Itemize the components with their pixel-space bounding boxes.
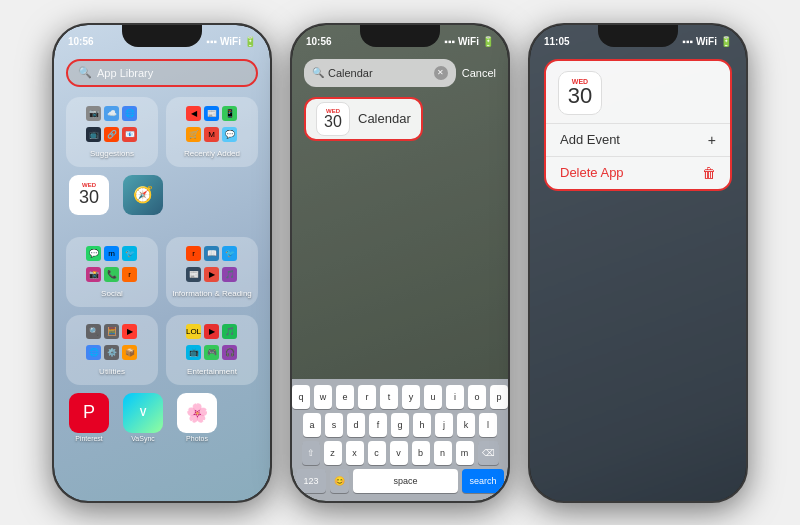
delete-app-label: Delete App: [560, 165, 624, 180]
add-event-item[interactable]: Add Event +: [546, 124, 730, 157]
notch-3: [598, 25, 678, 47]
folder-grid-2: ◀ 📰 📱 🛒 M 💬: [186, 106, 238, 146]
key-e[interactable]: e: [336, 385, 354, 409]
key-a[interactable]: a: [303, 413, 321, 437]
pinterest-app[interactable]: P Pinterest: [66, 393, 112, 449]
utilities-label: Utilities: [99, 367, 125, 376]
key-z[interactable]: z: [324, 441, 342, 465]
key-emoji[interactable]: 😊: [330, 469, 349, 493]
kb-row-bottom: 123 😊 space search: [296, 469, 504, 493]
key-space[interactable]: space: [353, 469, 458, 493]
search-field-2[interactable]: 🔍 Calendar ✕: [304, 59, 456, 87]
key-b[interactable]: b: [412, 441, 430, 465]
time-2: 10:56: [306, 36, 332, 47]
wifi-icon-2: WiFi: [458, 36, 479, 47]
key-x[interactable]: x: [346, 441, 364, 465]
key-d[interactable]: d: [347, 413, 365, 437]
mini-icon: 🛒: [186, 127, 201, 142]
context-app-header: WED 30: [546, 61, 730, 124]
suggestions-folder[interactable]: 📷 ☁️ 🌐 📺 🔗 📧 Suggestions: [66, 97, 158, 167]
recently-added-folder[interactable]: ◀ 📰 📱 🛒 M 💬 Recently Added: [166, 97, 258, 167]
ent-grid: LOL ▶ 🎵 📺 🎮 🎧: [186, 324, 238, 364]
entertainment-folder[interactable]: LOL ▶ 🎵 📺 🎮 🎧 Entertainment: [166, 315, 258, 385]
key-q[interactable]: q: [292, 385, 310, 409]
social-folder[interactable]: 💬 m 🐦 📸 📞 r Social: [66, 237, 158, 307]
key-r[interactable]: r: [358, 385, 376, 409]
phone2-screen: 10:56 ▪▪▪ WiFi 🔋 🔍 Calendar ✕ Cancel WED…: [292, 25, 508, 501]
key-h[interactable]: h: [413, 413, 431, 437]
cal-day-num: 30: [324, 114, 342, 130]
util-grid: 🔍 🧮 ▶ 🌐 ⚙️ 📦: [86, 324, 138, 364]
folder-row-3: 🔍 🧮 ▶ 🌐 ⚙️ 📦 Utilities LOL ▶ 🎵 📺: [66, 315, 258, 385]
pinterest-label: Pinterest: [75, 435, 103, 442]
maps-app[interactable]: 🧭: [120, 175, 166, 231]
context-menu: WED 30 Add Event + Delete App 🗑: [544, 59, 732, 191]
calendar-result-icon: WED 30: [316, 102, 350, 136]
key-j[interactable]: j: [435, 413, 453, 437]
key-w[interactable]: w: [314, 385, 332, 409]
key-shift[interactable]: ⇧: [302, 441, 320, 465]
mini-icon: 🐦: [122, 246, 137, 261]
folder-row-1: 📷 ☁️ 🌐 📺 🔗 📧 Suggestions ◀ 📰 📱 🛒: [66, 97, 258, 167]
vasync-label: VaSync: [131, 435, 155, 442]
pinterest-icon: P: [69, 393, 109, 433]
keyboard: q w e r t y u i o p a s d f g h j k l: [292, 379, 508, 501]
mini-icon: 📺: [186, 345, 201, 360]
battery-icon-2: 🔋: [482, 36, 494, 47]
cancel-button[interactable]: Cancel: [462, 67, 496, 79]
info-folder[interactable]: r 📖 🐦 📰 ▶ 🎵 Information & Reading: [166, 237, 258, 307]
key-l[interactable]: l: [479, 413, 497, 437]
mini-icon: r: [122, 267, 137, 282]
search-bar-container-1[interactable]: 🔍 App Library: [66, 59, 258, 87]
photos-app[interactable]: 🌸 Photos: [174, 393, 220, 449]
key-v[interactable]: v: [390, 441, 408, 465]
key-o[interactable]: o: [468, 385, 486, 409]
mini-icon: 🔗: [104, 127, 119, 142]
phone-2: 10:56 ▪▪▪ WiFi 🔋 🔍 Calendar ✕ Cancel WED…: [290, 23, 510, 503]
calendar-app[interactable]: WED 30: [66, 175, 112, 231]
key-y[interactable]: y: [402, 385, 420, 409]
calendar-icon: WED 30: [69, 175, 109, 215]
search-text: Calendar: [328, 67, 373, 79]
entertainment-label: Entertainment: [187, 367, 237, 376]
key-s[interactable]: s: [325, 413, 343, 437]
mini-icon: 📞: [104, 267, 119, 282]
clear-search-button[interactable]: ✕: [434, 66, 448, 80]
mini-icon: 💬: [222, 127, 237, 142]
key-p[interactable]: p: [490, 385, 508, 409]
key-c[interactable]: c: [368, 441, 386, 465]
key-delete[interactable]: ⌫: [478, 441, 499, 465]
key-search[interactable]: search: [462, 469, 504, 493]
key-m[interactable]: m: [456, 441, 474, 465]
battery-icon-3: 🔋: [720, 36, 732, 47]
phone-3: 11:05 ▪▪▪ WiFi 🔋 WED 30 Add Event + Dele…: [528, 23, 748, 503]
phone1-screen: 10:56 ▪▪▪ WiFi 🔋 🔍 App Library 📷 ☁️ �: [54, 25, 270, 501]
battery-icon: 🔋: [244, 36, 256, 47]
key-g[interactable]: g: [391, 413, 409, 437]
key-u[interactable]: u: [424, 385, 442, 409]
delete-app-icon: 🗑: [702, 165, 716, 181]
key-123[interactable]: 123: [296, 469, 326, 493]
delete-app-item[interactable]: Delete App 🗑: [546, 157, 730, 189]
key-i[interactable]: i: [446, 385, 464, 409]
key-t[interactable]: t: [380, 385, 398, 409]
phone3-screen: 11:05 ▪▪▪ WiFi 🔋 WED 30 Add Event + Dele…: [530, 25, 746, 501]
info-grid: r 📖 🐦 📰 ▶ 🎵: [186, 246, 238, 286]
calendar-search-result[interactable]: WED 30 Calendar: [304, 97, 423, 141]
time-1: 10:56: [68, 36, 94, 47]
recently-added-label: Recently Added: [184, 149, 240, 158]
search-bar-label: App Library: [97, 67, 153, 79]
mini-icon: 🎵: [222, 324, 237, 339]
key-f[interactable]: f: [369, 413, 387, 437]
utilities-folder[interactable]: 🔍 🧮 ▶ 🌐 ⚙️ 📦 Utilities: [66, 315, 158, 385]
vasync-app[interactable]: V VaSync: [120, 393, 166, 449]
app-library-search-bar[interactable]: 🔍 App Library: [66, 59, 258, 87]
key-n[interactable]: n: [434, 441, 452, 465]
key-k[interactable]: k: [457, 413, 475, 437]
notch-2: [360, 25, 440, 47]
wifi-icon: WiFi: [220, 36, 241, 47]
signal-icon: ▪▪▪: [206, 36, 217, 47]
mini-icon: 📰: [186, 267, 201, 282]
mini-icon: ⚙️: [104, 345, 119, 360]
search-icon-2: 🔍: [312, 67, 324, 78]
